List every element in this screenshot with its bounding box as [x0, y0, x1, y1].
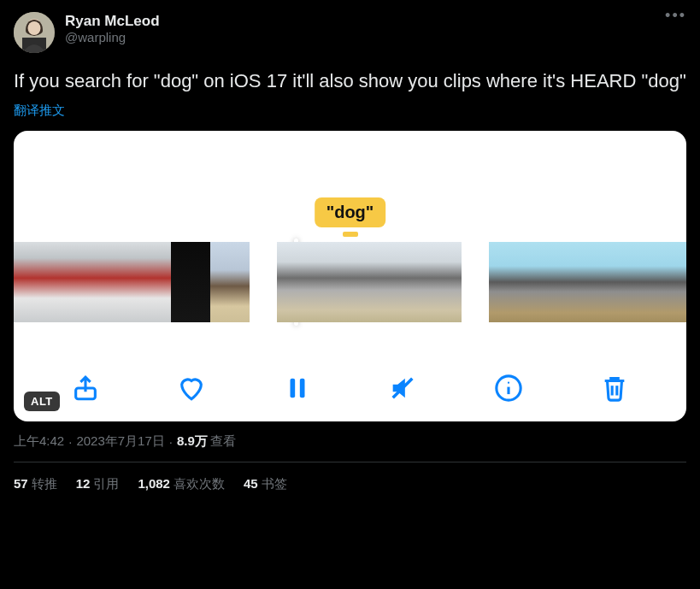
avatar[interactable] — [14, 12, 55, 53]
tweet-stats: 57转推 12引用 1,082喜欢次数 45书签 — [14, 462, 686, 492]
svg-point-2 — [28, 21, 41, 35]
thumbnail[interactable] — [400, 242, 462, 322]
media-toolbar — [14, 374, 686, 403]
thumbnail[interactable] — [602, 242, 639, 322]
display-name: Ryan McLeod — [65, 12, 160, 30]
likes-count: 1,082 — [138, 476, 170, 491]
heart-icon[interactable] — [177, 374, 206, 403]
clip-gap — [250, 242, 277, 322]
thumbnail[interactable] — [92, 242, 132, 322]
quotes-stat[interactable]: 12引用 — [76, 476, 120, 492]
clip-group-1[interactable] — [14, 242, 250, 322]
search-tooltip: "dog" — [315, 197, 386, 227]
info-icon[interactable] — [494, 374, 523, 403]
thumbnail[interactable] — [564, 242, 602, 322]
thumbnail[interactable] — [338, 242, 400, 322]
media-card[interactable]: "dog" — [14, 131, 686, 421]
translate-link[interactable]: 翻译推文 — [14, 103, 686, 119]
tweet-container: Ryan McLeod @warpling ••• If you search … — [0, 0, 700, 492]
mute-icon[interactable] — [388, 374, 417, 403]
thumbnail[interactable] — [526, 242, 564, 322]
svg-rect-5 — [290, 378, 295, 398]
clip-gap — [462, 242, 489, 322]
thumbnail[interactable] — [210, 242, 250, 322]
alt-badge[interactable]: ALT — [24, 392, 60, 411]
thumbnail[interactable] — [132, 242, 171, 322]
more-icon[interactable]: ••• — [665, 7, 686, 25]
retweets-label: 转推 — [32, 476, 57, 491]
likes-label: 喜欢次数 — [174, 476, 225, 491]
tweet-text: If you search for "dog" on iOS 17 it'll … — [14, 68, 686, 94]
video-timeline[interactable] — [14, 242, 686, 322]
bookmarks-stat[interactable]: 45书签 — [244, 476, 287, 492]
timeline-marker — [343, 232, 358, 237]
quotes-count: 12 — [76, 476, 91, 491]
bookmarks-label: 书签 — [262, 476, 287, 491]
svg-point-10 — [508, 381, 509, 383]
likes-stat[interactable]: 1,082喜欢次数 — [138, 476, 225, 492]
thumbnail[interactable] — [53, 242, 92, 322]
clip-group-3[interactable] — [489, 242, 686, 322]
tooltip-label: "dog" — [315, 197, 386, 227]
thumbnail[interactable] — [171, 242, 210, 322]
tweet-date[interactable]: 2023年7月17日 — [76, 433, 164, 450]
trash-icon[interactable] — [600, 374, 629, 403]
tweet-time[interactable]: 上午4:42 — [14, 433, 64, 450]
bookmarks-count: 45 — [244, 476, 258, 491]
share-icon[interactable] — [71, 374, 100, 403]
thumbnail[interactable] — [677, 242, 686, 322]
quotes-label: 引用 — [93, 476, 119, 491]
user-names[interactable]: Ryan McLeod @warpling — [65, 12, 160, 46]
pause-icon[interactable] — [283, 374, 312, 403]
views-count: 8.9万 — [177, 433, 208, 450]
retweets-count: 57 — [14, 476, 28, 491]
views-label: 查看 — [210, 433, 236, 450]
svg-rect-6 — [299, 378, 304, 398]
thumbnail[interactable] — [277, 242, 338, 322]
clip-group-2[interactable] — [277, 242, 462, 322]
separator-dot: · — [68, 434, 72, 449]
separator-dot: · — [169, 434, 173, 449]
user-handle: @warpling — [65, 30, 160, 46]
thumbnail[interactable] — [14, 242, 53, 322]
tweet-header: Ryan McLeod @warpling ••• — [14, 12, 686, 53]
tweet-meta: 上午4:42 · 2023年7月17日 · 8.9万 查看 — [14, 433, 686, 450]
retweets-stat[interactable]: 57转推 — [14, 476, 57, 492]
thumbnail[interactable] — [489, 242, 526, 322]
thumbnail[interactable] — [639, 242, 677, 322]
